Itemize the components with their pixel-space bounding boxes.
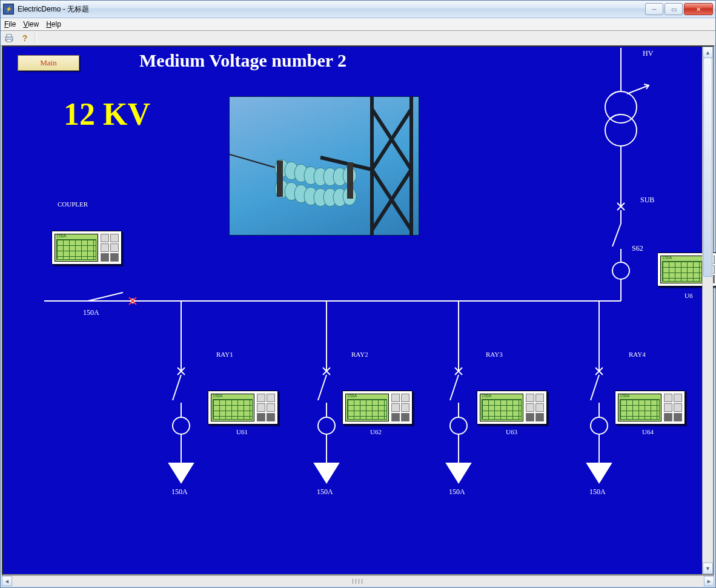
menu-file[interactable]: File xyxy=(4,20,16,28)
main-button[interactable]: Main xyxy=(18,55,79,71)
scroll-down-button[interactable]: ▼ xyxy=(703,563,713,574)
scroll-right-button[interactable]: ► xyxy=(704,576,714,586)
print-button[interactable] xyxy=(3,33,15,44)
label-u64: U64 xyxy=(642,428,654,435)
help-button[interactable]: ? xyxy=(19,33,31,44)
scroll-up-button[interactable]: ▲ xyxy=(703,47,713,58)
scope-u62[interactable] xyxy=(342,391,413,424)
svg-marker-77 xyxy=(587,463,611,483)
label-s62: S62 xyxy=(632,244,643,253)
label-u62: U62 xyxy=(370,428,382,435)
svg-line-57 xyxy=(318,375,327,400)
svg-point-59 xyxy=(318,417,335,434)
coupler-switch-value: 150A xyxy=(83,308,99,317)
svg-line-42 xyxy=(88,292,123,301)
svg-line-63 xyxy=(455,368,462,375)
kv-value: 12 KV xyxy=(64,96,150,132)
toolbar-separator xyxy=(35,33,37,44)
label-coupler: COUPLER xyxy=(58,200,88,208)
label-u61: U61 xyxy=(236,428,248,435)
feeder-value-4: 150A xyxy=(589,487,606,497)
svg-marker-61 xyxy=(314,463,339,483)
svg-point-51 xyxy=(173,417,190,434)
feeder-value-2: 150A xyxy=(317,487,333,497)
printer-icon xyxy=(4,34,14,42)
svg-line-45 xyxy=(129,297,136,305)
diagram-canvas: Main Medium Voltage number 2 12 KV HV SU… xyxy=(3,47,703,574)
feeder-value-3: 150A xyxy=(449,487,465,497)
svg-line-65 xyxy=(450,375,459,400)
scope-u64[interactable] xyxy=(615,391,685,424)
svg-line-56 xyxy=(323,368,330,375)
app-window: ⚡ ElectricDemo - 无标题 ─ ▭ ✕ File View Hel… xyxy=(0,0,716,588)
horizontal-scrollbar[interactable]: ◄ IIII ► xyxy=(2,575,714,586)
scroll-thumb[interactable] xyxy=(703,58,712,277)
label-ray2: RAY2 xyxy=(351,351,368,358)
svg-point-43 xyxy=(131,299,134,303)
label-ray1: RAY1 xyxy=(216,351,233,358)
label-u63: U63 xyxy=(506,428,517,435)
svg-marker-53 xyxy=(169,463,193,483)
svg-marker-69 xyxy=(446,463,471,483)
svg-point-67 xyxy=(450,417,467,434)
window-buttons: ─ ▭ ✕ xyxy=(645,3,713,15)
app-icon: ⚡ xyxy=(3,4,14,15)
menubar: File View Help xyxy=(1,18,715,31)
svg-point-39 xyxy=(612,262,629,279)
window-title: ElectricDemo - 无标题 xyxy=(18,4,645,15)
minimize-button[interactable]: ─ xyxy=(645,3,663,15)
svg-line-72 xyxy=(595,368,603,375)
svg-rect-28 xyxy=(347,162,353,199)
svg-line-55 xyxy=(323,368,330,375)
menu-view[interactable]: View xyxy=(23,20,39,28)
svg-line-64 xyxy=(455,368,462,375)
feeder-value-1: 150A xyxy=(171,487,188,497)
scope-u61[interactable] xyxy=(208,391,278,424)
vertical-scrollbar[interactable]: ▲ ▼ xyxy=(702,47,713,574)
svg-point-30 xyxy=(605,91,637,123)
svg-line-37 xyxy=(612,223,621,246)
svg-line-10 xyxy=(230,154,278,168)
hscroll-grip[interactable]: IIII xyxy=(13,576,703,586)
svg-rect-2 xyxy=(7,39,12,42)
svg-rect-27 xyxy=(277,160,283,197)
label-ray4: RAY4 xyxy=(629,351,646,358)
svg-point-75 xyxy=(591,417,608,434)
svg-point-31 xyxy=(605,114,637,146)
scope-u63[interactable] xyxy=(477,391,547,424)
svg-line-47 xyxy=(177,368,185,375)
svg-line-48 xyxy=(177,368,185,375)
page-title: Medium Voltage number 2 xyxy=(139,50,346,71)
scope-coupler[interactable] xyxy=(51,231,122,265)
label-u6: U6 xyxy=(685,292,692,299)
label-hv: HV xyxy=(643,49,653,58)
svg-line-34 xyxy=(617,203,625,210)
close-button[interactable]: ✕ xyxy=(684,3,713,15)
titlebar: ⚡ ElectricDemo - 无标题 ─ ▭ ✕ xyxy=(1,1,715,18)
scroll-left-button[interactable]: ◄ xyxy=(2,576,12,586)
menu-help[interactable]: Help xyxy=(46,20,61,28)
label-ray3: RAY3 xyxy=(486,351,503,358)
svg-line-71 xyxy=(595,368,603,375)
svg-rect-1 xyxy=(7,35,12,37)
maximize-button[interactable]: ▭ xyxy=(665,3,683,15)
label-sub: SUB xyxy=(640,196,654,205)
svg-line-44 xyxy=(129,297,136,305)
client-area: Main Medium Voltage number 2 12 KV HV SU… xyxy=(2,45,714,575)
svg-line-35 xyxy=(617,203,625,210)
svg-line-73 xyxy=(591,375,599,400)
svg-line-32 xyxy=(627,85,649,94)
svg-line-49 xyxy=(173,375,181,400)
toolbar: ? xyxy=(1,31,715,46)
insulator-photo xyxy=(229,96,419,236)
